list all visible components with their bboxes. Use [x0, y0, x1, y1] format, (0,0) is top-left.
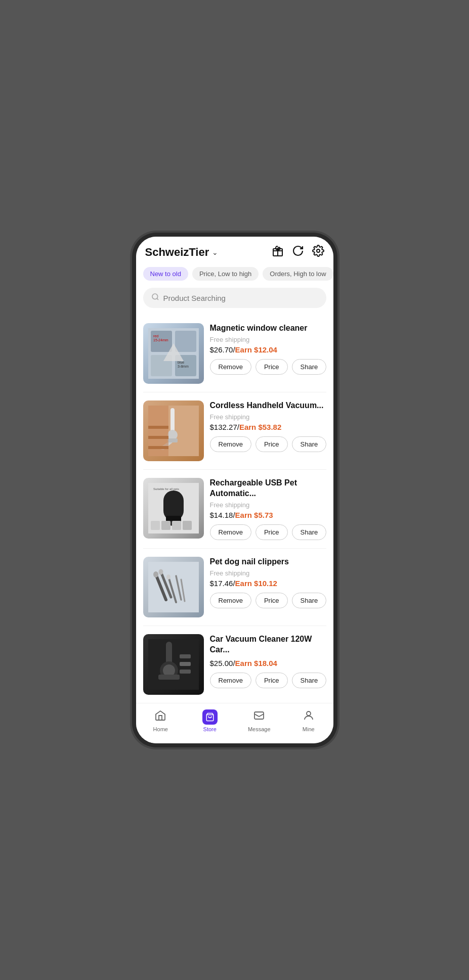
product-shipping-4: Free shipping [210, 569, 327, 577]
nav-item-mine[interactable]: Mine [284, 707, 333, 734]
settings-icon[interactable] [312, 245, 324, 260]
product-name-2: Cordless Handheld Vacuum... [210, 400, 327, 411]
product-image-5 [143, 634, 204, 695]
product-name-5: Car Vacuum Cleaner 120W Car... [210, 634, 327, 655]
header-icons [272, 245, 324, 260]
price-earn-2: Earn $53.82 [239, 423, 281, 431]
sort-tab-orders-high[interactable]: Orders, High to low [263, 267, 333, 281]
search-icon [151, 293, 159, 303]
price-main-2: $132.27/ [210, 423, 239, 431]
product-image-2 [143, 400, 204, 461]
product-card-2: Cordless Handheld Vacuum... Free shippin… [143, 392, 326, 470]
price-button-5[interactable]: Price [255, 673, 288, 688]
svg-rect-18 [148, 426, 168, 429]
product-price-row-1: $26.70/ Earn $12.04 [210, 345, 327, 354]
svg-point-33 [166, 574, 170, 580]
share-button-4[interactable]: Share [292, 593, 327, 608]
search-bar [143, 288, 326, 308]
nav-item-message[interactable]: Message [235, 707, 284, 734]
svg-rect-39 [180, 654, 191, 658]
remove-button-1[interactable]: Remove [210, 359, 251, 375]
product-image-4 [143, 557, 204, 617]
nav-label-store: Store [203, 726, 217, 732]
mine-icon [303, 709, 315, 725]
svg-rect-29 [183, 521, 192, 530]
app-title: SchweizTier [145, 246, 209, 259]
svg-point-31 [153, 571, 158, 577]
product-price-row-4: $17.46/ Earn $10.12 [210, 579, 327, 588]
price-button-4[interactable]: Price [255, 593, 288, 608]
product-card-4: Pet dog nail clippers Free shipping $17.… [143, 549, 326, 626]
price-main-4: $17.46/ [210, 579, 235, 588]
bottom-nav: Home Store Message [136, 703, 333, 743]
remove-button-5[interactable]: Remove [210, 673, 251, 688]
price-earn-4: Earn $10.12 [235, 579, 277, 588]
header: SchweizTier ⌄ [136, 237, 333, 265]
remove-button-4[interactable]: Remove [210, 593, 251, 608]
product-card-3: Suitable for all pets Rechargeable USB P… [143, 470, 326, 549]
nav-label-mine: Mine [303, 726, 315, 732]
product-shipping-3: Free shipping [210, 501, 327, 509]
product-price-row-2: $132.27/ Earn $53.82 [210, 423, 327, 431]
product-name-4: Pet dog nail clippers [210, 557, 327, 567]
header-left: SchweizTier ⌄ [145, 246, 219, 259]
share-button-2[interactable]: Share [292, 436, 327, 452]
price-earn-3: Earn $5.73 [235, 511, 273, 519]
share-button-3[interactable]: Share [292, 524, 327, 540]
product-actions-4: Remove Price Share [210, 593, 327, 608]
product-info-1: Magnetic window cleaner Free shipping $2… [210, 323, 327, 384]
share-button-5[interactable]: Share [292, 673, 327, 688]
svg-rect-43 [254, 712, 264, 719]
product-actions-1: Remove Price Share [210, 359, 327, 375]
product-card-5: Car Vacuum Cleaner 120W Car... $25.00/ E… [143, 626, 326, 703]
product-actions-3: Remove Price Share [210, 524, 327, 540]
sort-tab-price-low[interactable]: Price, Low to high [192, 267, 259, 281]
svg-text:red: red [153, 334, 158, 338]
svg-rect-16 [167, 438, 178, 442]
message-icon [253, 709, 265, 725]
sort-tab-new-to-old[interactable]: New to old [143, 267, 188, 281]
product-image-1: red 15-24mm blue 3-8mm [143, 323, 204, 384]
svg-rect-14 [170, 408, 175, 433]
nav-item-home[interactable]: Home [136, 707, 186, 734]
product-info-5: Car Vacuum Cleaner 120W Car... $25.00/ E… [210, 634, 327, 695]
remove-button-3[interactable]: Remove [210, 524, 251, 540]
price-button-2[interactable]: Price [255, 436, 288, 452]
sort-tabs: New to old Price, Low to high Orders, Hi… [136, 265, 333, 286]
product-name-3: Rechargeable USB Pet Automatic... [210, 478, 327, 499]
svg-text:blue: blue [178, 361, 184, 364]
price-earn-5: Earn $18.04 [235, 659, 277, 667]
remove-button-2[interactable]: Remove [210, 436, 251, 452]
svg-rect-26 [151, 521, 160, 530]
product-actions-5: Remove Price Share [210, 673, 327, 688]
nav-label-message: Message [248, 726, 271, 732]
search-input[interactable] [163, 294, 318, 302]
svg-point-1 [317, 249, 320, 252]
product-info-2: Cordless Handheld Vacuum... Free shippin… [210, 400, 327, 461]
store-icon [202, 709, 218, 725]
home-icon [154, 709, 166, 725]
product-price-row-3: $14.18/ Earn $5.73 [210, 511, 327, 519]
svg-text:15-24mm: 15-24mm [153, 338, 168, 342]
nav-item-store[interactable]: Store [185, 707, 235, 734]
price-button-3[interactable]: Price [255, 524, 288, 540]
nav-label-home: Home [153, 726, 168, 732]
product-info-4: Pet dog nail clippers Free shipping $17.… [210, 557, 327, 617]
svg-rect-5 [175, 331, 196, 352]
product-shipping-2: Free shipping [210, 413, 327, 421]
price-button-1[interactable]: Price [255, 359, 288, 375]
share-button-1[interactable]: Share [292, 359, 327, 375]
refresh-icon[interactable] [292, 245, 304, 260]
product-card-1: red 15-24mm blue 3-8mm Magnetic window c… [143, 315, 326, 392]
chevron-down-icon[interactable]: ⌄ [212, 248, 218, 256]
product-actions-2: Remove Price Share [210, 436, 327, 452]
gift-icon[interactable] [272, 245, 284, 260]
product-price-row-5: $25.00/ Earn $18.04 [210, 659, 327, 667]
price-main-3: $14.18/ [210, 511, 235, 519]
product-info-3: Rechargeable USB Pet Automatic... Free s… [210, 478, 327, 540]
svg-point-2 [152, 294, 158, 299]
price-earn-1: Earn $12.04 [235, 345, 277, 354]
svg-rect-20 [148, 446, 168, 449]
price-main-1: $26.70/ [210, 345, 235, 354]
svg-text:Suitable for all pets: Suitable for all pets [153, 487, 179, 491]
